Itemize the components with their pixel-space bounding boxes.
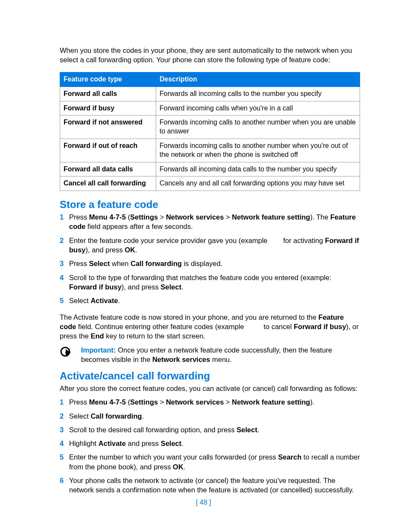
step: Scroll to the type of forwarding that ma… <box>60 273 360 292</box>
page: When you store the codes in your phone, … <box>0 0 407 532</box>
step: Press Select when Call forwarding is dis… <box>60 259 360 268</box>
feat-type: Forward all data calls <box>60 162 156 176</box>
step: Scroll to the desired call forwarding op… <box>60 425 360 434</box>
table-row: Forward if busyForward incoming calls wh… <box>60 101 360 116</box>
store-steps: Press Menu 4-7-5 (Settings > Network ser… <box>60 212 360 305</box>
page-number: [ 48 ] <box>0 499 407 506</box>
step: Select Call forwarding. <box>60 411 360 421</box>
important-text: Important: Once you enter a network feat… <box>81 345 360 364</box>
feat-desc: Forwards all incoming data calls to the … <box>156 162 360 176</box>
step: Press Menu 4-7-5 (Settings > Network ser… <box>60 397 360 407</box>
activate-steps: Press Menu 4-7-5 (Settings > Network ser… <box>60 397 360 494</box>
table-header-type: Feature code type <box>60 72 156 87</box>
table-row: Forward all callsForwards all incoming c… <box>60 87 360 101</box>
feat-type: Cancel all call forwarding <box>60 176 156 191</box>
step: Highlight Activate and press Select. <box>60 439 360 448</box>
activate-intro: After you store the correct feature code… <box>60 384 360 393</box>
step: Enter the number to which you want your … <box>60 452 360 471</box>
section-heading-activate: Activate/cancel call forwarding <box>60 370 360 382</box>
feat-type: Forward all calls <box>60 87 156 101</box>
feat-desc: Forwards incoming calls to another numbe… <box>156 139 360 162</box>
table-row: Forward all data callsForwards all incom… <box>60 162 360 176</box>
table-row: Forward if out of reachForwards incoming… <box>60 139 360 162</box>
important-icon <box>60 345 81 360</box>
feat-type: Forward if busy <box>60 101 156 116</box>
table-header-desc: Description <box>156 72 360 87</box>
important-label: Important: <box>81 346 116 354</box>
intro-paragraph: When you store the codes in your phone, … <box>60 46 360 65</box>
feat-type: Forward if out of reach <box>60 139 156 162</box>
step: Press Menu 4-7-5 (Settings > Network ser… <box>60 212 360 231</box>
store-after-paragraph: The Activate feature code is now stored … <box>60 312 360 341</box>
step: Select Activate. <box>60 296 360 305</box>
feat-desc: Forwards all incoming calls to the numbe… <box>156 87 360 101</box>
important-body: Once you enter a network feature code su… <box>81 346 332 363</box>
feature-code-table: Feature code type Description Forward al… <box>60 72 360 191</box>
feat-desc: Cancels any and all call forwarding opti… <box>156 176 360 191</box>
step: Your phone calls the network to activate… <box>60 476 360 495</box>
important-callout: Important: Once you enter a network feat… <box>60 345 360 364</box>
table-row: Forward if not answeredForwards incoming… <box>60 116 360 139</box>
feat-desc: Forwards incoming calls to another numbe… <box>156 116 360 139</box>
step: Enter the feature code your service prov… <box>60 236 360 255</box>
feat-desc: Forward incoming calls when you're in a … <box>156 101 360 116</box>
section-heading-store: Store a feature code <box>60 199 360 211</box>
table-row: Cancel all call forwardingCancels any an… <box>60 176 360 191</box>
feat-type: Forward if not answered <box>60 116 156 139</box>
